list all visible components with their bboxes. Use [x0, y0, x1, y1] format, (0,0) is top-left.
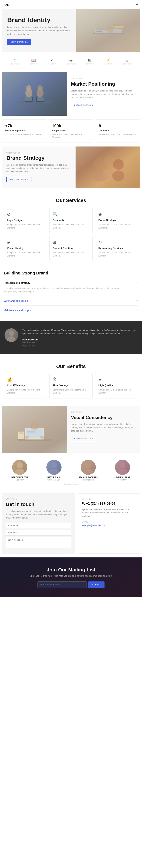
market-positioning-section: ABOUT US Market Positioning Lorem ipsum … — [2, 72, 140, 116]
team-member-image-2 — [81, 460, 96, 475]
accordion-item-2[interactable]: Maintenance and support + — [4, 306, 138, 315]
accordion-item-1[interactable]: Wireframe and design + — [4, 296, 138, 306]
service-card-1: 🔍 Research Sample text. Click to select … — [50, 208, 92, 233]
icon-item-6: ⊟ CONTENT — [123, 58, 131, 65]
svg-point-47 — [85, 462, 91, 468]
benefits-title: Our Benefits — [4, 364, 138, 369]
cost-efficiency-icon: 💰 — [7, 377, 44, 382]
hero-image — [89, 16, 127, 46]
testimonial-avatar — [4, 328, 18, 342]
puzzle-icon: ⊟ — [125, 58, 129, 62]
benefit-card-0: 💰 Cost Efficiency Sample text. Click to … — [4, 373, 47, 399]
benefit-title-2: High Quality — [98, 384, 135, 387]
service-card-4: ⊞ Content Creation Sample text. Click to… — [50, 236, 92, 261]
svg-rect-36 — [27, 433, 37, 433]
rebranding-icon: ↻ — [98, 240, 135, 245]
mailing-form: SUBMIT — [4, 582, 138, 588]
visual-title: Visual Consistency — [71, 415, 136, 421]
navbar: logo ≡ — [0, 0, 142, 9]
about-us-label: ABOUT US — [71, 78, 136, 80]
mailing-text: Enter your E-Mail here, Also here you ar… — [4, 575, 138, 577]
contact-right: CALL US P: +1 (324) 987-56-54 If you hav… — [78, 493, 140, 554]
visual-text: Lorem ipsum dolor sit amet, consectetur … — [71, 423, 136, 433]
svg-point-40 — [30, 422, 39, 430]
icon-label-2: CONTENT — [48, 63, 56, 65]
service-title-3: Visual Identity — [7, 247, 44, 249]
testimonial-role: Web President — [22, 341, 138, 343]
team-section: BERTIE NORTON Secretary HATTIE BALL Offi… — [0, 455, 142, 490]
service-title-0: Logo Design — [7, 219, 44, 221]
svg-rect-9 — [98, 31, 100, 32]
friends-image — [87, 150, 129, 184]
svg-point-43 — [17, 462, 23, 468]
service-title-4: Content Creation — [53, 247, 89, 249]
stat-number-1: 100k — [52, 123, 90, 128]
svg-point-45 — [51, 462, 57, 468]
services-grid: ⊙ Logo Design Sample text. Click to sele… — [4, 208, 138, 261]
services-section: Our Services ⊙ Logo Design Sample text. … — [0, 192, 142, 267]
market-explore-button[interactable]: EXPLORE DETAILS — [71, 103, 96, 108]
hero-download-button[interactable]: DOWNLOAD FILE — [7, 39, 31, 45]
svg-point-28 — [112, 170, 124, 181]
service-card-0: ⊙ Logo Design Sample text. Click to sele… — [4, 208, 47, 233]
testimonial-text: Venenatis pulvinar mi sit amet. Risque n… — [22, 328, 138, 335]
team-avatar-2 — [81, 460, 96, 475]
benefit-card-1: ⏱ Time Savings Sample text. Click to sel… — [50, 373, 92, 399]
team-card-1: HATTIE BALL Office Manager — [38, 460, 70, 481]
accordion-label-2: Maintenance and support — [4, 309, 32, 312]
contact-email-input[interactable] — [6, 530, 71, 535]
strategy-explore-button[interactable]: EXPLORE DETAILS — [6, 177, 31, 182]
benefit-text-1: Sample text. Click to select the Text El… — [53, 388, 89, 395]
stat-label-1: Happy clients — [52, 129, 90, 132]
contact-left: CONTACTS Get in touch Lorem ipsum dolor … — [2, 493, 75, 554]
icon-item-2: ✓ CONTENT — [48, 58, 56, 65]
building-title: Building Strong Brand — [4, 271, 138, 276]
icon-label-1: CONTENT — [30, 63, 38, 65]
email-label: EMAIL — [82, 521, 136, 523]
team-grid: BERTIE NORTON Secretary HATTIE BALL Offi… — [4, 460, 138, 481]
strategy-text: Lorem ipsum dolor sit amet, consectetur … — [6, 163, 71, 173]
research-icon: 🔍 — [53, 212, 89, 217]
contact-name-input[interactable] — [6, 523, 71, 528]
accordion-item-0[interactable]: Research and strategy + Lorem ipsum dolo… — [4, 278, 138, 296]
team-member-image-3 — [115, 460, 130, 475]
team-role-0: Secretary — [4, 479, 35, 481]
svg-point-44 — [15, 469, 25, 475]
service-text-3: Sample text. Click to select the Test El… — [7, 251, 44, 257]
accordion-toggle-0[interactable]: + — [136, 281, 138, 285]
icon-label-4: CONTENT — [86, 63, 93, 65]
contact-message-input[interactable] — [6, 537, 71, 548]
team-avatar-3 — [115, 460, 130, 475]
accordion-toggle-1[interactable]: + — [136, 299, 138, 303]
svg-point-48 — [83, 469, 93, 475]
market-text: Lorem ipsum dolor sit amet, consectetur … — [71, 89, 136, 99]
accordion-toggle-2[interactable]: + — [136, 308, 138, 312]
stat-card-2: 9 Countries Sample text. Click to select… — [95, 120, 140, 143]
benefit-title-1: Time Savings — [53, 384, 89, 387]
visual-explore-button[interactable]: EXPLORE DETAILS — [71, 436, 96, 441]
icon-label-3: CONTENT — [67, 63, 75, 65]
team-member-image-1 — [47, 460, 61, 475]
stat-text-2: Sample text. Click to select the Text El… — [99, 133, 137, 136]
time-savings-icon: ⏱ — [53, 377, 89, 382]
icon-item-5: ⚡ CONTENT — [104, 58, 112, 65]
mailing-email-input[interactable] — [37, 582, 87, 588]
check-icon: ✓ — [51, 58, 54, 62]
nav-menu-icon[interactable]: ≡ — [136, 2, 138, 7]
service-card-3: ◉ Visual Identity Sample text. Click to … — [4, 236, 47, 261]
hero-section: Brand Identity Lorem ipsum dolor sit ame… — [2, 9, 140, 52]
benefits-section: Our Benefits 💰 Cost Efficiency Sample te… — [0, 358, 142, 404]
contact-form — [6, 523, 71, 549]
visual-about-label: ABOUT US — [71, 411, 136, 413]
strategy-image — [76, 147, 140, 188]
nav-logo: logo — [4, 3, 9, 6]
call-info-text: If you have any questions, comments or i… — [82, 508, 136, 518]
svg-rect-18 — [25, 97, 32, 101]
laptop-image — [16, 409, 53, 451]
service-card-5: ↻ Rebranding Services Sample text. Click… — [95, 236, 138, 261]
high-quality-icon: ◈ — [98, 377, 135, 382]
svg-point-30 — [7, 336, 16, 342]
svg-rect-10 — [100, 31, 102, 32]
mailing-submit-button[interactable]: SUBMIT — [88, 582, 104, 588]
team-role-2: Vice President — [72, 479, 104, 481]
